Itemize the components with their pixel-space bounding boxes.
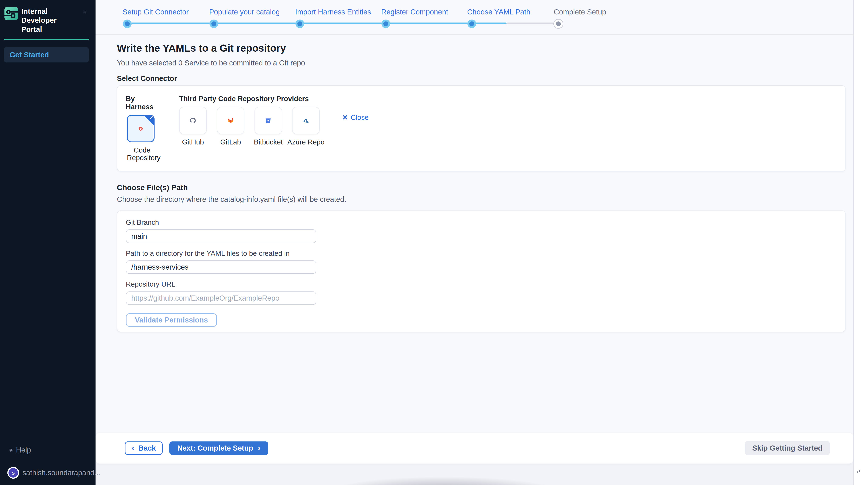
yaml-path-group: Path to a directory for the YAML files t… [126,250,845,274]
app-root: Internal Developer Portal Get Started ? [0,0,868,485]
repository-url-label: Repository URL [126,281,845,288]
selected-corner-badge: ✓ [143,115,155,126]
right-edge-strip [854,0,868,485]
by-harness-label: By Harness [126,95,163,111]
bitbucket-icon [266,118,271,123]
connector-tile-bitbucket[interactable] [254,107,282,135]
sidebar-item-get-started[interactable]: Get Started [4,47,89,62]
step-choose-yaml-path[interactable]: Choose YAML Path [467,8,530,16]
next-complete-setup-button[interactable]: Next: Complete Setup › [169,441,268,455]
provider-label: GitHub [182,138,204,146]
step-dot [469,22,474,26]
setup-stepper: Setup Git Connector Populate your catalo… [95,0,854,35]
step-dot [383,22,388,26]
chevron-right-icon: › [258,444,260,452]
user-name: sathish.soundarapand... [23,468,100,477]
connector-tile-github[interactable] [179,107,207,135]
provider-github: GitHub [179,107,207,146]
connector-tile-label: Code Repository [127,146,157,162]
app-title: Internal Developer Portal [22,7,75,34]
git-branch-label: Git Branch [126,219,845,226]
close-button[interactable]: ✕ Close [342,113,369,121]
page-title: Write the YAMLs to a Git repository [117,43,845,54]
repository-url-input[interactable] [126,291,316,305]
validate-permissions-button[interactable]: Validate Permissions [126,313,217,327]
avatar: s [8,468,18,478]
gitlab-icon [228,118,234,123]
azure-icon [303,118,309,123]
provider-tiles: GitHub [179,107,369,146]
step-import-harness-entities[interactable]: Import Harness Entities [295,8,371,16]
git-icon [138,126,143,131]
page-content: Write the YAMLs to a Git repository You … [95,35,854,332]
choose-path-description: Choose the directory where the catalog-i… [117,195,845,204]
step-complete-setup[interactable]: Complete Setup [554,8,606,16]
third-party-label: Third Party Code Repository Providers [179,95,369,103]
connector-tile-code-repository[interactable]: ✓ [127,115,155,143]
git-branch-group: Git Branch [126,219,845,243]
step-setup-git-connector[interactable]: Setup Git Connector [123,8,189,16]
step-dot [211,22,216,26]
provider-label: Azure Repo [287,138,324,146]
skip-getting-started-button[interactable]: Skip Getting Started [745,441,830,455]
close-icon: ✕ [342,114,348,121]
yaml-path-input[interactable] [126,260,316,274]
select-connector-label: Select Connector [117,74,845,83]
user-menu[interactable]: s sathish.soundarapand... [0,468,95,478]
help-chat-icon: ? [9,449,12,452]
connector-tile-azure-repo[interactable] [292,107,320,135]
brand: Internal Developer Portal [0,0,95,34]
page-subtitle: You have selected 0 Service to be commit… [117,58,845,67]
apps-grid-icon[interactable] [84,10,86,13]
third-party-group: Third Party Code Repository Providers Gi… [179,95,369,146]
sidebar-item-label: Get Started [9,51,49,59]
sidebar-item-help[interactable]: ? Help [0,445,95,456]
vertical-divider [171,94,171,162]
help-label: Help [16,446,31,454]
stepper-progress-track [127,23,507,24]
connector-card: By Harness ✓ [117,85,845,171]
step-populate-your-catalog[interactable]: Populate your catalog [209,8,280,16]
repository-url-group: Repository URL [126,281,845,305]
wizard-footer: ‹ Back Next: Complete Setup › Skip Getti… [95,433,854,464]
svg-text:?: ? [10,449,11,451]
idp-logo-icon [4,7,18,20]
chevron-left-icon: ‹ [132,444,134,452]
provider-label: GitLab [220,138,241,146]
connector-tile-gitlab[interactable] [217,107,245,135]
provider-gitlab: GitLab [217,107,245,146]
step-dot [298,22,302,26]
bottom-strip [95,463,854,485]
git-branch-input[interactable] [126,229,316,243]
sidebar-nav: Get Started [0,40,95,62]
step-dot [125,22,130,26]
choose-path-label: Choose File(s) Path [117,183,845,192]
step-dot [556,22,561,26]
check-icon: ✓ [149,114,154,121]
github-icon [190,118,196,123]
harness-tile-wrap: ✓ Code Repository [127,115,163,162]
provider-bitbucket: Bitbucket [254,107,282,146]
stepper-remaining-track [506,23,558,24]
back-button[interactable]: ‹ Back [125,441,163,455]
feedback-chat-icon[interactable] [857,470,860,473]
step-register-component[interactable]: Register Component [381,8,448,16]
provider-label: Bitbucket [254,138,283,146]
provider-azure-repo: Azure Repo [292,107,320,146]
path-form-card: Git Branch Path to a directory for the Y… [117,210,845,332]
main-area: Setup Git Connector Populate your catalo… [95,0,854,485]
bottom-shadow [281,470,607,485]
sidebar-bottom: ? Help s sathish.soundarapand... [0,445,95,485]
by-harness-group: By Harness ✓ [126,95,163,162]
yaml-path-label: Path to a directory for the YAML files t… [126,250,845,257]
sidebar: Internal Developer Portal Get Started ? [0,0,95,485]
